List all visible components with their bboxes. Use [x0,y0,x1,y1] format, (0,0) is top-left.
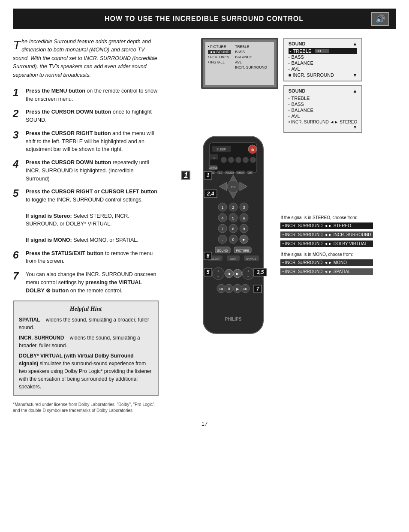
step-2: 2 Press the CURSOR DOWN button once to h… [13,108,159,124]
svg-text:FAXONLY: FAXONLY [225,171,235,174]
svg-text:0: 0 [232,237,235,242]
tv-menu-balance: BALANCE [235,55,267,59]
svg-text:2,4: 2,4 [207,191,214,197]
svg-text:⏭: ⏭ [244,287,247,291]
intro-paragraph: The Incredible Surround feature adds gre… [13,38,159,79]
hint-dolby-virtual: DOLBY* VIRTUAL (with Virtual Dolby Surro… [19,352,153,391]
svg-text:ACTIVE: ACTIVE [209,167,218,169]
right-column: • PICTURE ◄►SOUND • FEATURES • INSTALL T… [167,38,396,414]
svg-text:STATUS: STATUS [247,258,256,260]
svg-point-9 [228,157,234,163]
sound-icon: 🔊 [371,12,389,26]
step-text-2: Press the CURSOR DOWN button once to hig… [26,108,159,124]
step-number-6: 6 [13,249,22,261]
mono-option-1: • INCR. SURROUND ◄► MONO [280,259,373,266]
svg-text:⏮: ⏮ [220,287,223,291]
svg-text:5: 5 [207,269,210,275]
mono-option-2: • INCR. SURROUND ◄► SPATIAL [280,268,373,275]
svg-text:8: 8 [232,227,235,231]
svg-text:►: ► [242,237,246,242]
svg-text:−: − [247,275,250,279]
step-6: 6 Press the STATUS/EXIT button to remove… [13,249,159,266]
page-number: 17 [13,421,396,427]
step-number-7: 7 [13,271,22,282]
sound-p2-incr: • INCR. SURROUND ◄► STEREO [289,119,358,125]
sound-panel-2: SOUND ▲ • TREBLE • BASS • BALANCE • AVL … [283,85,363,133]
tv-right-menu: TREBLE BASS BALANCE AVL INCR. SURROUND [235,45,267,82]
svg-text:SOUND: SOUND [217,249,228,252]
tv-menu-bass: BASS [235,50,267,54]
sound-panel-2-title: SOUND ▲ [289,88,358,93]
step-number-3: 3 [13,129,22,141]
step-3: 3 Press the CURSOR RIGHT button and the … [13,129,159,153]
sound-p1-incr: ■ INCR. SURROUND ▼ [289,72,358,78]
tv-menu-incr: INCR. SURROUND [235,65,267,69]
left-column: The Incredible Surround feature adds gre… [13,38,159,414]
step-text-7: You can also change the INCR. SURROUND o… [26,271,159,295]
helpful-hint-title: Helpful Hint [19,306,153,313]
steps-list: 1 Press the MENU button on the remote co… [13,87,159,295]
step-text-3: Press the CURSOR RIGHT button and the me… [26,129,159,153]
svg-text:TV: TV [213,156,216,159]
sound-p1-balance: • BALANCE [289,60,358,66]
page-header: How to Use the Incredible Surround Contr… [13,9,396,29]
svg-text:SLEEP: SLEEP [217,148,226,151]
svg-text:OK: OK [231,185,236,189]
remote-choices-row: 1 SLEEP ⏻ TV [190,136,373,342]
step-text-5: Press the CURSOR RIGHT or CURSOR LEFT bu… [26,188,159,244]
svg-text:1: 1 [207,172,210,178]
svg-text:TIMER: TIMER [238,171,244,174]
sound-p1-avl: • AVL [289,66,358,72]
svg-text:+: + [247,269,250,273]
svg-text:6: 6 [243,216,245,220]
sound-p2-avl: • AVL [289,113,358,119]
svg-text:5: 5 [232,216,235,220]
svg-text:⏻: ⏻ [251,148,254,151]
svg-text:⏸: ⏸ [227,287,231,291]
svg-text:►: ► [235,271,240,276]
sound-p1-treble: • TREBLE 30 [289,48,358,54]
svg-text:1: 1 [222,205,224,210]
sound-p2-balance: • BALANCE [289,107,358,113]
tv-screen: • PICTURE ◄►SOUND • FEATURES • INSTALL T… [201,38,278,89]
svg-text:PHILIPS: PHILIPS [225,317,242,322]
svg-text:.: . [222,237,223,242]
remote-control-area: 1 SLEEP ⏻ TV [190,136,276,342]
step-number-1: 1 [13,87,22,98]
svg-text:+: + [217,269,220,273]
step-label-1: 1 [181,171,190,180]
svg-text:2: 2 [232,205,235,210]
svg-text:3,5: 3,5 [257,269,264,275]
stereo-option-2: • INCR. SURROUND ◄► INCR. SURROUND [280,231,373,238]
tv-menu-item-install: • INSTALL [208,60,231,64]
step-text-1: Press the MENU button on the remote cont… [26,87,159,103]
step-number-2: 2 [13,108,22,119]
svg-text:7: 7 [222,227,224,231]
hint-spatial: SPATIAL – widens the sound, simulating a… [19,316,153,331]
svg-text:4: 4 [222,216,224,220]
step-4: 4 Press the CURSOR DOWN button repeatedl… [13,159,159,183]
drop-cap: T [13,39,21,51]
hint-incr-surround: INCR. SURROUND – widens the sound, simul… [19,334,153,349]
main-content: The Incredible Surround feature adds gre… [13,38,396,414]
step-7: 7 You can also change the INCR. SURROUND… [13,271,159,295]
svg-text:3: 3 [243,205,245,210]
sound-p1-bass: • BASS [289,54,358,60]
svg-text:◄: ◄ [227,271,231,276]
sound-panel-1: SOUND ▲ • TREBLE 30 • BASS • BALANCE • A… [283,38,363,81]
stereo-mono-choices: If the signal is in STEREO, choose from:… [280,213,373,276]
sound-p2-arrow-down: ▼ [289,125,358,129]
step-text-6: Press the STATUS/EXIT button to remove t… [26,249,159,266]
svg-text:REC: REC [218,171,223,174]
svg-text:PICTURE: PICTURE [236,249,250,252]
svg-text:9: 9 [243,227,245,231]
tv-menu-item-sound: ◄►SOUND [208,50,231,54]
tv-menu-item-features: • FEATURES [208,55,231,59]
tv-left-menu: • PICTURE ◄►SOUND • FEATURES • INSTALL [208,45,231,82]
tv-screen-area: • PICTURE ◄►SOUND • FEATURES • INSTALL T… [201,38,278,89]
svg-text:▶: ▶ [236,287,239,291]
svg-text:CH+: CH+ [248,171,252,174]
step-number-5: 5 [13,188,22,199]
treble-bar: 30 [315,49,329,53]
tv-menu-treble: TREBLE [235,45,267,49]
